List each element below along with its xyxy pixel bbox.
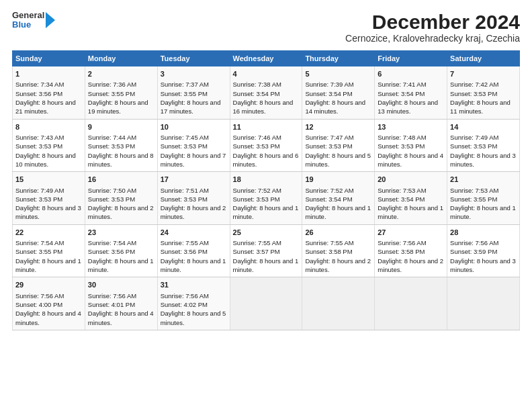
day-number: 11 <box>233 122 300 132</box>
day-number: 26 <box>305 228 371 238</box>
calendar-day-cell: 5Sunrise: 7:39 AMSunset: 3:54 PMDaylight… <box>302 66 375 120</box>
calendar-day-cell: 11Sunrise: 7:46 AMSunset: 3:53 PMDayligh… <box>230 119 302 172</box>
calendar-day-cell: 26Sunrise: 7:55 AMSunset: 3:58 PMDayligh… <box>302 224 375 277</box>
page-title: December 2024 <box>345 11 520 33</box>
day-number: 2 <box>88 69 154 79</box>
day-number: 3 <box>161 69 227 79</box>
calendar-week-row: 15Sunrise: 7:49 AMSunset: 3:53 PMDayligh… <box>13 172 520 225</box>
day-number: 23 <box>88 228 154 238</box>
day-number: 27 <box>378 228 444 238</box>
calendar-day-cell: 30Sunrise: 7:56 AMSunset: 4:01 PMDayligh… <box>85 277 157 330</box>
logo-text: General Blue <box>12 11 44 30</box>
col-wednesday: Wednesday <box>230 51 302 66</box>
col-sunday: Sunday <box>13 51 85 66</box>
logo-general: General <box>12 11 44 20</box>
day-number: 16 <box>88 175 154 185</box>
col-monday: Monday <box>85 51 157 66</box>
calendar-week-row: 8Sunrise: 7:43 AMSunset: 3:53 PMDaylight… <box>13 119 520 172</box>
calendar-day-cell: 6Sunrise: 7:41 AMSunset: 3:54 PMDaylight… <box>375 66 447 120</box>
calendar-day-cell: 25Sunrise: 7:55 AMSunset: 3:57 PMDayligh… <box>230 224 302 277</box>
day-number: 21 <box>450 175 517 185</box>
day-number: 15 <box>15 175 82 185</box>
calendar-day-cell: 16Sunrise: 7:50 AMSunset: 3:53 PMDayligh… <box>85 172 157 225</box>
page-subtitle: Cernozice, Kralovehradecky kraj, Czechia <box>345 33 520 44</box>
calendar-day-cell: 19Sunrise: 7:52 AMSunset: 3:54 PMDayligh… <box>302 172 375 225</box>
day-number: 29 <box>15 280 82 290</box>
day-number: 14 <box>450 122 517 132</box>
calendar-day-cell: 7Sunrise: 7:42 AMSunset: 3:53 PMDaylight… <box>447 66 520 120</box>
logo: General Blue <box>12 11 59 30</box>
day-number: 12 <box>305 122 371 132</box>
calendar-day-cell: 21Sunrise: 7:53 AMSunset: 3:55 PMDayligh… <box>447 172 520 225</box>
calendar-week-row: 1Sunrise: 7:34 AMSunset: 3:56 PMDaylight… <box>13 66 520 120</box>
calendar-day-cell <box>375 277 447 330</box>
col-friday: Friday <box>375 51 447 66</box>
calendar-day-cell: 15Sunrise: 7:49 AMSunset: 3:53 PMDayligh… <box>13 172 85 225</box>
calendar-day-cell: 20Sunrise: 7:53 AMSunset: 3:54 PMDayligh… <box>375 172 447 225</box>
calendar-day-cell <box>447 277 520 330</box>
day-number: 8 <box>15 122 82 132</box>
day-number: 18 <box>233 175 300 185</box>
day-number: 4 <box>233 69 300 79</box>
day-number: 13 <box>378 122 444 132</box>
calendar-day-cell: 9Sunrise: 7:44 AMSunset: 3:53 PMDaylight… <box>85 119 157 172</box>
day-number: 31 <box>161 280 227 290</box>
calendar-day-cell: 1Sunrise: 7:34 AMSunset: 3:56 PMDaylight… <box>13 66 85 120</box>
calendar-day-cell <box>302 277 375 330</box>
calendar-day-cell: 2Sunrise: 7:36 AMSunset: 3:55 PMDaylight… <box>85 66 157 120</box>
day-number: 19 <box>305 175 371 185</box>
calendar-day-cell: 29Sunrise: 7:56 AMSunset: 4:00 PMDayligh… <box>13 277 85 330</box>
day-number: 28 <box>450 228 517 238</box>
calendar-day-cell: 23Sunrise: 7:54 AMSunset: 3:56 PMDayligh… <box>85 224 157 277</box>
logo-icon <box>46 12 59 28</box>
day-number: 17 <box>161 175 227 185</box>
calendar-day-cell: 24Sunrise: 7:55 AMSunset: 3:56 PMDayligh… <box>157 224 230 277</box>
calendar-week-row: 29Sunrise: 7:56 AMSunset: 4:00 PMDayligh… <box>13 277 520 330</box>
col-saturday: Saturday <box>447 51 520 66</box>
day-number: 9 <box>88 122 154 132</box>
page: General Blue December 2024 Cernozice, Kr… <box>0 0 532 337</box>
day-number: 25 <box>233 228 300 238</box>
day-number: 22 <box>15 228 82 238</box>
calendar-day-cell: 4Sunrise: 7:38 AMSunset: 3:54 PMDaylight… <box>230 66 302 120</box>
svg-marker-0 <box>46 12 55 28</box>
calendar-week-row: 22Sunrise: 7:54 AMSunset: 3:55 PMDayligh… <box>13 224 520 277</box>
calendar-header-row: Sunday Monday Tuesday Wednesday Thursday… <box>13 51 520 66</box>
title-block: December 2024 Cernozice, Kralovehradecky… <box>345 11 520 44</box>
calendar-day-cell: 17Sunrise: 7:51 AMSunset: 3:53 PMDayligh… <box>157 172 230 225</box>
calendar-day-cell: 8Sunrise: 7:43 AMSunset: 3:53 PMDaylight… <box>13 119 85 172</box>
calendar-day-cell: 18Sunrise: 7:52 AMSunset: 3:53 PMDayligh… <box>230 172 302 225</box>
day-number: 10 <box>161 122 227 132</box>
logo-blue: Blue <box>12 20 44 30</box>
day-number: 7 <box>450 69 517 79</box>
calendar-day-cell: 28Sunrise: 7:56 AMSunset: 3:59 PMDayligh… <box>447 224 520 277</box>
calendar-day-cell: 22Sunrise: 7:54 AMSunset: 3:55 PMDayligh… <box>13 224 85 277</box>
day-number: 24 <box>161 228 227 238</box>
day-number: 30 <box>88 280 154 290</box>
col-tuesday: Tuesday <box>157 51 230 66</box>
header: General Blue December 2024 Cernozice, Kr… <box>12 11 520 44</box>
calendar-day-cell: 31Sunrise: 7:56 AMSunset: 4:02 PMDayligh… <box>157 277 230 330</box>
calendar-day-cell: 27Sunrise: 7:56 AMSunset: 3:58 PMDayligh… <box>375 224 447 277</box>
calendar-day-cell: 14Sunrise: 7:49 AMSunset: 3:53 PMDayligh… <box>447 119 520 172</box>
calendar-day-cell: 10Sunrise: 7:45 AMSunset: 3:53 PMDayligh… <box>157 119 230 172</box>
day-number: 5 <box>305 69 371 79</box>
calendar-day-cell <box>230 277 302 330</box>
calendar-table: Sunday Monday Tuesday Wednesday Thursday… <box>12 50 520 330</box>
col-thursday: Thursday <box>302 51 375 66</box>
calendar-day-cell: 3Sunrise: 7:37 AMSunset: 3:55 PMDaylight… <box>157 66 230 120</box>
day-number: 20 <box>378 175 444 185</box>
calendar-day-cell: 12Sunrise: 7:47 AMSunset: 3:53 PMDayligh… <box>302 119 375 172</box>
day-number: 6 <box>378 69 444 79</box>
calendar-day-cell: 13Sunrise: 7:48 AMSunset: 3:53 PMDayligh… <box>375 119 447 172</box>
day-number: 1 <box>15 69 82 79</box>
